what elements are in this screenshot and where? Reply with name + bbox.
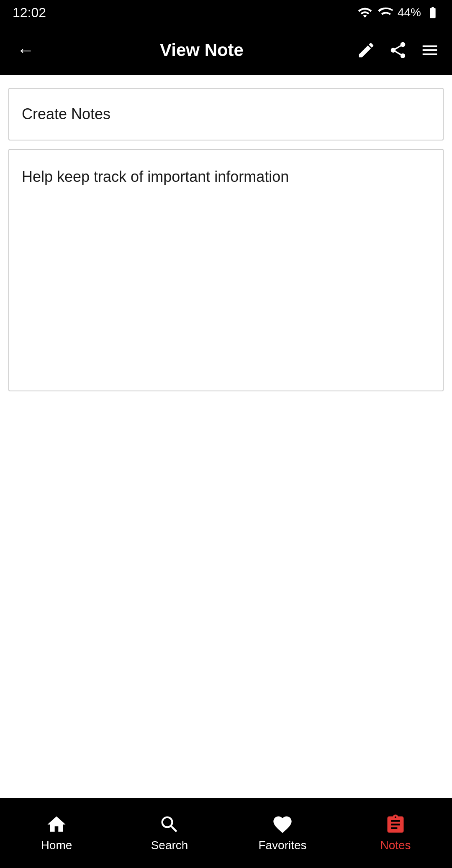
wifi-icon xyxy=(357,5,372,20)
note-title-box: Create Notes xyxy=(8,88,444,140)
status-time: 12:02 xyxy=(13,5,46,20)
notes-icon xyxy=(385,814,406,835)
nav-item-favorites[interactable]: Favorites xyxy=(226,807,339,858)
signal-icon xyxy=(378,5,393,20)
note-content-box: Help keep track of important information xyxy=(8,149,444,391)
app-bar-title: View Note xyxy=(47,40,357,60)
back-button[interactable]: ← xyxy=(13,37,39,63)
nav-label-home: Home xyxy=(41,839,72,852)
share-icon[interactable] xyxy=(388,41,408,60)
nav-item-search[interactable]: Search xyxy=(113,807,226,858)
status-bar: 12:02 44% xyxy=(0,0,452,25)
status-icons: 44% xyxy=(357,5,439,20)
heart-icon xyxy=(272,814,293,835)
home-icon xyxy=(46,814,67,835)
app-bar-icons xyxy=(357,41,439,60)
nav-item-home[interactable]: Home xyxy=(0,807,113,858)
main-content: Create Notes Help keep track of importan… xyxy=(0,75,452,798)
note-title: Create Notes xyxy=(22,105,110,123)
bottom-nav: Home Search Favorites Notes xyxy=(0,798,452,868)
battery-level: 44% xyxy=(398,6,421,19)
nav-label-notes: Notes xyxy=(380,839,411,852)
note-content: Help keep track of important information xyxy=(22,168,289,185)
edit-icon[interactable] xyxy=(357,41,376,60)
search-icon xyxy=(159,814,180,835)
app-bar: ← View Note xyxy=(0,25,452,75)
nav-label-favorites: Favorites xyxy=(258,839,306,852)
battery-icon xyxy=(426,6,439,19)
nav-item-notes[interactable]: Notes xyxy=(339,807,452,858)
menu-icon[interactable] xyxy=(420,41,439,60)
nav-label-search: Search xyxy=(151,839,188,852)
